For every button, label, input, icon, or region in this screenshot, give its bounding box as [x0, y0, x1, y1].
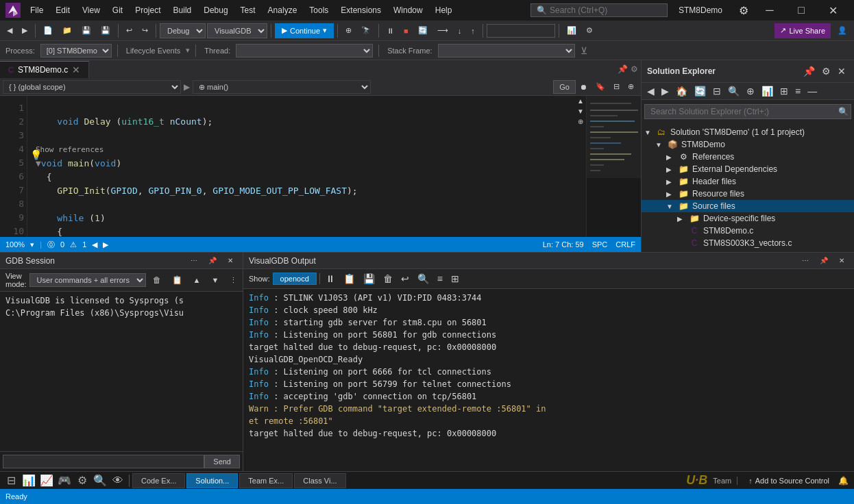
gdb-up-button[interactable]: ▲ — [189, 275, 205, 286]
vgdb-wrap-btn[interactable]: ↩ — [398, 272, 412, 286]
scroll-down-button[interactable]: ▼ — [576, 106, 585, 116]
menu-extensions[interactable]: Extensions — [335, 3, 387, 18]
redo-button[interactable]: ↪ — [138, 25, 152, 36]
new-file-button[interactable]: 📄 — [39, 25, 57, 36]
minimize-button[interactable]: ─ — [754, 0, 785, 21]
gdb-close-button[interactable]: ✕ — [223, 255, 237, 266]
vgdb-clear-btn[interactable]: 🗑 — [380, 272, 395, 286]
maximize-button[interactable]: □ — [785, 0, 817, 21]
bt-tab-code-ex[interactable]: Code Ex... — [132, 473, 185, 488]
tree-source-files[interactable]: ▼ 📁 Source files — [642, 200, 854, 212]
gdb-copy-button[interactable]: 📋 — [168, 274, 186, 286]
se-collapse-button[interactable]: ⊟ — [710, 84, 724, 98]
back-button[interactable]: ◀ — [3, 25, 16, 36]
add-watch-button[interactable]: ⊕ — [576, 116, 585, 127]
platform-dropdown[interactable]: VisualGDB — [207, 23, 267, 38]
settings-tab-icon[interactable]: ⚙ — [631, 64, 638, 74]
global-search-input[interactable] — [550, 5, 652, 15]
se-context-button[interactable]: ≡ — [792, 84, 803, 98]
close-button[interactable]: ✕ — [817, 0, 849, 21]
tree-solution[interactable]: ▼ 🗂 Solution 'STM8Demo' (1 of 1 project) — [642, 126, 854, 138]
se-refresh-button[interactable]: 🔄 — [692, 84, 709, 98]
tree-stm8demo-c[interactable]: C STM8Demo.c — [642, 225, 854, 237]
forward-button[interactable]: ▶ — [18, 25, 32, 36]
vgdb-save-btn[interactable]: 💾 — [361, 272, 378, 286]
menu-window[interactable]: Window — [388, 3, 428, 18]
se-search-input[interactable] — [644, 104, 851, 119]
se-add-button[interactable]: ⊕ — [744, 84, 757, 98]
code-editor[interactable]: void Delay (uint16_t nCount); Show refer… — [27, 96, 586, 237]
code-container[interactable]: 12345 678910 111213 void Delay (uint16_t… — [0, 96, 641, 237]
stop-button[interactable]: ■ — [400, 25, 413, 36]
attach-button[interactable]: ⊕ — [341, 25, 356, 36]
bt-icon-6[interactable]: 🔍 — [92, 473, 108, 488]
thread-dropdown[interactable] — [236, 44, 373, 58]
gdb-down-button[interactable]: ▼ — [207, 275, 223, 286]
build-config-dropdown[interactable]: Debug — [160, 23, 206, 38]
bt-icon-7[interactable]: 👁 — [110, 473, 126, 488]
process-dropdown[interactable]: [0] STM8Demo — [40, 44, 112, 58]
vgdb-grid-btn[interactable]: ⊞ — [448, 272, 462, 286]
open-file-button[interactable]: 📁 — [58, 25, 76, 36]
menu-debug[interactable]: Debug — [198, 3, 233, 18]
team-label[interactable]: Team — [713, 477, 737, 485]
vgdb-pin-button[interactable]: 📌 — [816, 255, 832, 266]
se-props-button[interactable]: — — [805, 84, 820, 98]
save-button[interactable]: 💾 — [77, 25, 95, 36]
gdb-command-input[interactable] — [3, 455, 204, 468]
se-forward-button[interactable]: ▶ — [659, 84, 672, 98]
gdb-menu-button[interactable]: ⋯ — [186, 255, 202, 266]
bt-tab-team-ex[interactable]: Team Ex... — [239, 473, 293, 488]
global-search[interactable]: 🔍 — [530, 3, 668, 17]
tree-project[interactable]: ▼ 📦 STM8Demo — [642, 138, 854, 151]
notification-button[interactable]: 🔔 — [835, 473, 851, 488]
tree-header-files[interactable]: ▶ 📁 Header files — [642, 175, 854, 188]
gdb-more-button[interactable]: ⋮ — [225, 275, 241, 286]
bt-icon-1[interactable]: ⊟ — [3, 473, 19, 488]
gdb-clear-button[interactable]: 🗑 — [149, 274, 165, 286]
spy-button[interactable]: 🔭 — [357, 25, 375, 36]
vgdb-close-button[interactable]: ✕ — [835, 255, 849, 266]
vgdb-copy-all-btn[interactable]: 📋 — [341, 272, 358, 286]
save-all-button[interactable]: 💾 — [97, 25, 114, 36]
nav-back[interactable]: ◀ — [92, 240, 97, 249]
bt-icon-3[interactable]: 📈 — [38, 473, 55, 488]
account-button[interactable]: 👤 — [833, 25, 851, 36]
expand-icon[interactable]: ⊻ — [581, 45, 587, 56]
gdb-pin-button[interactable]: 📌 — [204, 255, 221, 266]
se-close-button[interactable]: ✕ — [835, 64, 849, 78]
bt-icon-2[interactable]: 📊 — [21, 473, 37, 488]
restart-button[interactable]: 🔄 — [414, 25, 432, 36]
menu-view[interactable]: View — [77, 3, 106, 18]
se-back-button[interactable]: ◀ — [644, 84, 657, 98]
bt-tab-solution[interactable]: Solution... — [186, 473, 238, 488]
tree-resource-files[interactable]: ▶ 📁 Resource files — [642, 188, 854, 200]
pin-icon[interactable]: 📌 — [618, 64, 628, 74]
menu-edit[interactable]: Edit — [50, 3, 75, 18]
hint-bulb[interactable]: 💡 — [30, 149, 42, 160]
pause-button[interactable]: ⏸ — [382, 25, 398, 36]
menu-build[interactable]: Build — [168, 3, 197, 18]
tree-device-files[interactable]: ▶ 📁 Device-specific files — [642, 212, 854, 225]
editor-tab-stm8demo[interactable]: C STM8Demo.c ✕ — [0, 61, 89, 78]
settings-tb-button[interactable]: ⚙ — [582, 25, 597, 36]
step-over-button[interactable]: ⟶ — [433, 25, 452, 36]
tree-external-deps[interactable]: ▶ 📁 External Dependencies — [642, 163, 854, 175]
menu-file[interactable]: File — [25, 3, 49, 18]
tab-close-button[interactable]: ✕ — [72, 64, 80, 75]
add-source-control-button[interactable]: ↑ Add to Source Control — [743, 475, 835, 486]
add-code-button[interactable]: ⊕ — [624, 81, 638, 92]
se-view-button[interactable]: 📊 — [759, 84, 776, 98]
scope-right-dropdown[interactable]: ⊕ main() — [193, 80, 371, 94]
undo-button[interactable]: ↩ — [122, 25, 136, 36]
gdb-send-button[interactable]: Send — [204, 455, 240, 468]
bt-icon-4[interactable]: 🎮 — [56, 473, 73, 488]
vgdb-menu-button[interactable]: ⋯ — [798, 255, 813, 266]
menu-test[interactable]: Test — [235, 3, 261, 18]
step-out-button[interactable]: ↑ — [467, 25, 479, 36]
menu-git[interactable]: Git — [107, 3, 128, 18]
tree-references[interactable]: ▶ ⚙ References — [642, 151, 854, 163]
settings-icon[interactable]: ⚙ — [733, 0, 754, 21]
bt-tab-class-vi[interactable]: Class Vi... — [294, 473, 345, 488]
menu-help[interactable]: Help — [430, 3, 458, 18]
